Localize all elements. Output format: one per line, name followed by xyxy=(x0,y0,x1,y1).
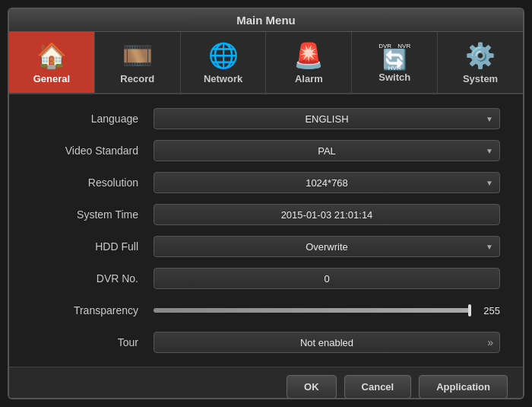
hdd-full-label: HDD Full xyxy=(32,240,154,253)
tab-network-label: Network xyxy=(204,73,242,84)
language-row: Language ENGLISH xyxy=(32,107,500,131)
dvr-no-value[interactable]: 0 xyxy=(154,268,500,289)
tab-record-label: Record xyxy=(120,73,154,84)
footer: OK Cancel Application xyxy=(9,367,523,399)
tab-bar: 🏠 General 🎞️ Record 🌐 Network 🚨 Alarm DV… xyxy=(9,32,523,94)
tour-value[interactable]: Not enabled xyxy=(154,332,500,353)
tab-system[interactable]: ⚙️ System xyxy=(438,32,523,93)
record-icon: 🎞️ xyxy=(122,41,153,70)
tab-network[interactable]: 🌐 Network xyxy=(181,32,267,93)
transparency-slider-thumb[interactable] xyxy=(468,304,471,316)
dvr-no-row: DVR No. 0 xyxy=(32,266,500,291)
switch-icon-wrap: DVR NVR 🔄 HVR xyxy=(377,43,412,72)
dialog-title: Main Menu xyxy=(236,14,296,27)
tab-record[interactable]: 🎞️ Record xyxy=(95,32,181,93)
system-time-value[interactable]: 2015-01-03 21:01:14 xyxy=(154,204,500,225)
resolution-label: Resolution xyxy=(32,176,154,189)
tab-general-label: General xyxy=(33,73,70,84)
system-time-label: System Time xyxy=(32,208,154,221)
content-area: Language ENGLISH Video Standard PAL Reso… xyxy=(9,94,523,367)
transparency-value: 255 xyxy=(477,305,500,316)
application-button[interactable]: Application xyxy=(419,375,508,399)
language-label: Language xyxy=(32,113,154,125)
video-standard-value[interactable]: PAL xyxy=(154,140,500,161)
transparency-row: Transparency 255 xyxy=(32,298,500,323)
tab-system-label: System xyxy=(463,73,498,84)
tab-switch[interactable]: DVR NVR 🔄 HVR Switch xyxy=(352,32,438,93)
general-icon: 🏠 xyxy=(36,41,67,70)
network-icon: 🌐 xyxy=(208,41,239,70)
tab-alarm-label: Alarm xyxy=(295,73,323,84)
transparency-slider-fill xyxy=(154,308,471,313)
transparency-slider-track[interactable] xyxy=(154,308,471,313)
resolution-row: Resolution 1024*768 xyxy=(32,170,500,195)
video-standard-label: Video Standard xyxy=(32,145,154,157)
tour-label: Tour xyxy=(32,336,154,348)
language-value[interactable]: ENGLISH xyxy=(154,108,500,129)
tab-general[interactable]: 🏠 General xyxy=(9,32,95,93)
dvr-no-label: DVR No. xyxy=(32,272,154,285)
transparency-slider-container: 255 xyxy=(154,305,500,316)
hdd-full-row: HDD Full Overwrite xyxy=(32,234,500,259)
resolution-value[interactable]: 1024*768 xyxy=(154,172,500,193)
tab-switch-label: Switch xyxy=(378,72,410,83)
system-time-row: System Time 2015-01-03 21:01:14 xyxy=(32,202,500,227)
tab-alarm[interactable]: 🚨 Alarm xyxy=(266,32,352,93)
ok-button[interactable]: OK xyxy=(287,375,337,399)
hdd-full-value[interactable]: Overwrite xyxy=(154,236,500,257)
main-dialog: Main Menu 🏠 General 🎞️ Record 🌐 Network … xyxy=(8,8,524,399)
transparency-label: Transparency xyxy=(32,304,154,316)
system-icon: ⚙️ xyxy=(465,41,496,70)
cancel-button[interactable]: Cancel xyxy=(344,375,412,399)
alarm-icon: 🚨 xyxy=(293,41,324,70)
title-bar: Main Menu xyxy=(9,9,523,32)
video-standard-row: Video Standard PAL xyxy=(32,138,500,163)
tour-row: Tour Not enabled xyxy=(32,330,500,355)
